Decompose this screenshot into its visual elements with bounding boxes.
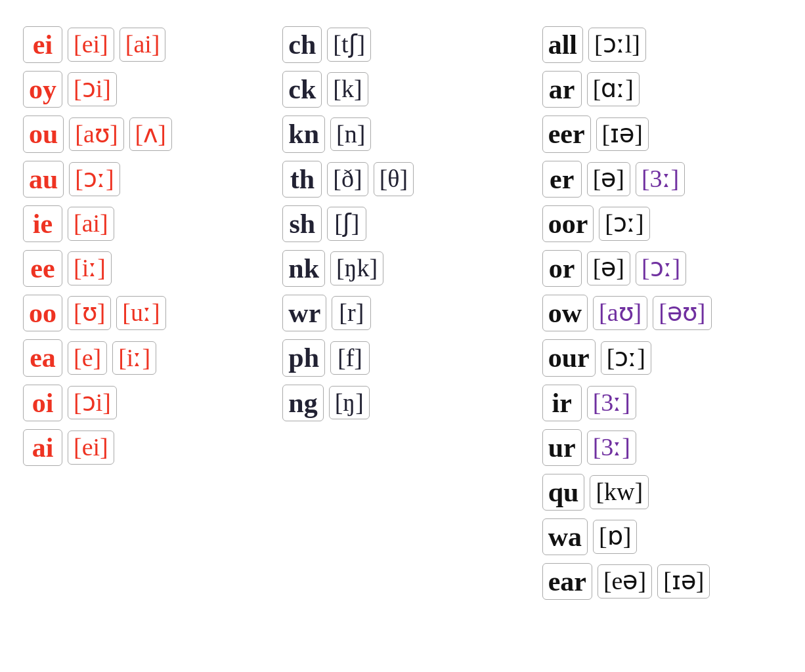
grapheme-tile: ir: [542, 385, 582, 421]
grapheme-tile: nk: [282, 250, 325, 287]
phonics-row: ou[aʊ][ʌ]: [23, 116, 263, 152]
grapheme-tile: ur: [542, 429, 582, 466]
grapheme-tile: ai: [23, 429, 62, 466]
phoneme-tile: [əʊ]: [653, 296, 711, 330]
phoneme-tile: [ɔː]: [599, 207, 649, 241]
phonics-row: ph[f]: [282, 339, 522, 376]
phonics-row: ie[ai]: [23, 205, 263, 242]
grapheme-tile: ie: [23, 205, 62, 242]
grapheme-tile: wr: [282, 295, 326, 331]
phonics-row: ear[eə][ɪə]: [542, 563, 782, 600]
phoneme-tile: [3ː]: [587, 386, 636, 420]
phoneme-tile: [ə]: [587, 162, 630, 196]
phonics-row: oy[ɔi]: [23, 71, 263, 108]
phonics-row: th[ð][θ]: [282, 161, 522, 198]
phonics-row: oor[ɔː]: [542, 205, 782, 242]
grapheme-tile: eer: [542, 116, 591, 152]
grapheme-tile: our: [542, 339, 596, 376]
grapheme-tile: oo: [23, 295, 62, 331]
grapheme-tile: qu: [542, 474, 585, 511]
phonics-row: ea[e][iː]: [23, 339, 263, 376]
grapheme-tile: oy: [23, 71, 62, 108]
phoneme-tile: [ŋ]: [329, 386, 370, 420]
phonics-row: all[ɔːl]: [542, 26, 782, 63]
grapheme-tile: all: [542, 26, 583, 63]
phoneme-tile: [ð]: [327, 162, 368, 196]
phonics-row: wa[ɒ]: [542, 518, 782, 555]
phoneme-tile: [ə]: [587, 251, 630, 285]
phoneme-tile: [ɔː]: [601, 341, 651, 375]
column-2: ch[tʃ]ck[k]kn[n]th[ð][θ]sh[ʃ]nk[ŋk]wr[r]…: [272, 20, 532, 652]
phonics-row: er[ə][3ː]: [542, 161, 782, 198]
phonics-row: nk[ŋk]: [282, 250, 522, 287]
phoneme-tile: [n]: [330, 117, 371, 152]
phonics-row: ai[ei]: [23, 429, 263, 466]
grapheme-tile: or: [542, 250, 582, 287]
grapheme-tile: ei: [23, 26, 62, 63]
grapheme-tile: ee: [23, 250, 62, 287]
phoneme-tile: [ei]: [68, 430, 114, 465]
phoneme-tile: [ɒ]: [593, 520, 637, 554]
phoneme-tile: [uː]: [116, 296, 165, 330]
grapheme-tile: oi: [23, 385, 62, 421]
phonics-row: ck[k]: [282, 71, 522, 108]
phonics-row: qu[kw]: [542, 474, 782, 511]
phonics-row: sh[ʃ]: [282, 205, 522, 242]
phoneme-tile: [aʊ]: [69, 117, 123, 152]
grapheme-tile: ear: [542, 563, 592, 600]
phonics-row: eer[ɪə]: [542, 116, 782, 152]
phoneme-tile: [ʃ]: [327, 207, 366, 241]
grapheme-tile: ph: [282, 339, 325, 376]
phoneme-tile: [aʊ]: [593, 296, 647, 330]
phonics-row: au[ɔː]: [23, 161, 263, 198]
phonics-row: ur[3ː]: [542, 429, 782, 466]
phoneme-tile: [ɔi]: [68, 386, 117, 420]
phonics-chart: ei[ei][ai]oy[ɔi]ou[aʊ][ʌ]au[ɔː]ie[ai]ee[…: [0, 0, 805, 672]
phonics-row: ar[ɑː]: [542, 71, 782, 108]
grapheme-tile: ow: [542, 295, 588, 331]
phoneme-tile: [f]: [330, 341, 370, 375]
column-1: ei[ei][ai]oy[ɔi]ou[aʊ][ʌ]au[ɔː]ie[ai]ee[…: [13, 20, 272, 652]
phonics-row: kn[n]: [282, 116, 522, 152]
grapheme-tile: er: [542, 161, 582, 198]
phoneme-tile: [ɔː]: [636, 251, 686, 285]
phoneme-tile: [ŋk]: [330, 251, 383, 285]
phoneme-tile: [3ː]: [587, 430, 636, 465]
grapheme-tile: kn: [282, 116, 325, 152]
phoneme-tile: [3ː]: [636, 162, 685, 196]
phoneme-tile: [ɔː]: [69, 162, 120, 196]
phonics-row: or[ə][ɔː]: [542, 250, 782, 287]
phonics-row: wr[r]: [282, 295, 522, 331]
phonics-row: ng[ŋ]: [282, 385, 522, 421]
phoneme-tile: [iː]: [112, 341, 156, 375]
grapheme-tile: ea: [23, 339, 62, 376]
grapheme-tile: au: [23, 161, 64, 198]
phoneme-tile: [ɪə]: [596, 117, 649, 152]
phoneme-tile: [ʌ]: [129, 117, 172, 152]
phonics-row: oi[ɔi]: [23, 385, 263, 421]
phonics-row: ir[3ː]: [542, 385, 782, 421]
phoneme-tile: [e]: [68, 341, 107, 375]
grapheme-tile: th: [282, 161, 322, 198]
grapheme-tile: ch: [282, 26, 322, 63]
grapheme-tile: wa: [542, 518, 588, 555]
phoneme-tile: [ɔːl]: [588, 28, 646, 62]
phoneme-tile: [ai]: [68, 207, 114, 241]
phoneme-tile: [ɪə]: [657, 564, 710, 598]
phonics-row: ei[ei][ai]: [23, 26, 263, 63]
column-3: all[ɔːl]ar[ɑː]eer[ɪə]er[ə][3ː]oor[ɔː]or[…: [533, 20, 792, 652]
phoneme-tile: [iː]: [68, 251, 112, 285]
phoneme-tile: [k]: [327, 72, 368, 106]
phonics-row: ch[tʃ]: [282, 26, 522, 63]
phoneme-tile: [r]: [332, 296, 371, 330]
grapheme-tile: sh: [282, 205, 322, 242]
phoneme-tile: [ʊ]: [68, 296, 111, 330]
phoneme-tile: [tʃ]: [327, 28, 371, 62]
grapheme-tile: ar: [542, 71, 582, 108]
phonics-row: our[ɔː]: [542, 339, 782, 376]
phonics-row: ow[aʊ][əʊ]: [542, 295, 782, 331]
grapheme-tile: ck: [282, 71, 322, 108]
phoneme-tile: [ei]: [68, 28, 114, 62]
phoneme-tile: [ai]: [120, 28, 166, 62]
phoneme-tile: [ɔi]: [68, 72, 117, 106]
